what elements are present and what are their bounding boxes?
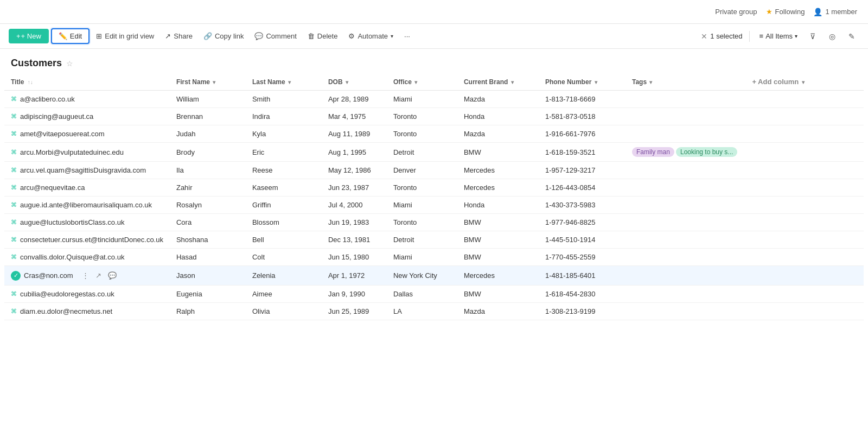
- following[interactable]: ★ Following: [766, 8, 805, 16]
- cell-last-name[interactable]: Kaseem: [246, 179, 322, 197]
- row-more-button[interactable]: ⋮: [80, 270, 91, 281]
- cell-brand[interactable]: BMW: [457, 143, 539, 162]
- cell-tags[interactable]: [626, 91, 745, 108]
- cell-last-name[interactable]: Smith: [246, 91, 322, 108]
- cell-brand[interactable]: Mercedes: [457, 266, 539, 286]
- cell-first-name[interactable]: Jason: [170, 266, 246, 286]
- cell-title[interactable]: ⌘consectetuer.cursus.et@tinciduntDonec.c…: [4, 231, 170, 249]
- cell-dob[interactable]: Jun 15, 1980: [322, 249, 387, 266]
- comment-button[interactable]: 💬 Comment: [250, 29, 301, 43]
- cell-title[interactable]: ⌘arcu.vel.quam@sagittisDuisgravida.com: [4, 162, 170, 179]
- col-tags[interactable]: Tags ▾: [626, 73, 745, 91]
- cell-office[interactable]: Toronto: [387, 108, 457, 125]
- cell-tags[interactable]: [626, 303, 745, 320]
- cell-title[interactable]: ✓Cras@non.com⋮↗💬: [4, 266, 170, 286]
- cell-office[interactable]: New York City: [387, 266, 457, 286]
- table-row[interactable]: ⌘amet@vitaeposuereat.comJudahKylaAug 11,…: [4, 125, 864, 143]
- cell-phone[interactable]: 1-430-373-5983: [539, 197, 626, 214]
- cell-tags[interactable]: [626, 249, 745, 266]
- col-phone[interactable]: Phone Number ▾: [539, 73, 626, 91]
- cell-last-name[interactable]: Reese: [246, 162, 322, 179]
- row-comment-button[interactable]: 💬: [106, 270, 119, 281]
- cell-dob[interactable]: Aug 11, 1989: [322, 125, 387, 143]
- table-row[interactable]: ⌘diam.eu.dolor@necmetus.netRalphOliviaJu…: [4, 303, 864, 320]
- table-row[interactable]: ⌘augue@luctuslobortisClass.co.ukCoraBlos…: [4, 214, 864, 231]
- cell-first-name[interactable]: Zahir: [170, 179, 246, 197]
- cell-brand[interactable]: Mazda: [457, 303, 539, 320]
- cell-phone[interactable]: 1-581-873-0518: [539, 108, 626, 125]
- cell-office[interactable]: LA: [387, 303, 457, 320]
- cell-first-name[interactable]: Rosalyn: [170, 197, 246, 214]
- cell-dob[interactable]: Aug 1, 1995: [322, 143, 387, 162]
- cell-last-name[interactable]: Aimee: [246, 286, 322, 303]
- cell-tags[interactable]: [626, 286, 745, 303]
- cell-dob[interactable]: Dec 13, 1981: [322, 231, 387, 249]
- cell-last-name[interactable]: Bell: [246, 231, 322, 249]
- cell-brand[interactable]: Mazda: [457, 125, 539, 143]
- automate-button[interactable]: ⚙ Automate ▾: [344, 29, 398, 43]
- cell-first-name[interactable]: Brennan: [170, 108, 246, 125]
- share-button[interactable]: ↗ Share: [161, 29, 197, 43]
- cell-last-name[interactable]: Eric: [246, 143, 322, 162]
- add-column-button[interactable]: + Add column ▾: [745, 73, 864, 91]
- edit-grid-button[interactable]: ⊞ Edit in grid view: [92, 29, 158, 43]
- col-office[interactable]: Office ▾: [387, 73, 457, 91]
- table-row[interactable]: ⌘arcu.Morbi@vulputateduinec.eduBrodyEric…: [4, 143, 864, 162]
- cell-office[interactable]: Toronto: [387, 214, 457, 231]
- cell-last-name[interactable]: Kyla: [246, 125, 322, 143]
- cell-tags[interactable]: [626, 108, 745, 125]
- cell-phone[interactable]: 1-813-718-6669: [539, 91, 626, 108]
- cell-tags[interactable]: [626, 197, 745, 214]
- cell-title[interactable]: ⌘cubilia@eudoloregestas.co.uk: [4, 286, 170, 303]
- cell-title[interactable]: ⌘diam.eu.dolor@necmetus.net: [4, 303, 170, 320]
- cell-phone[interactable]: 1-618-159-3521: [539, 143, 626, 162]
- cell-first-name[interactable]: Eugenia: [170, 286, 246, 303]
- table-row[interactable]: ⌘arcu@nequevitae.caZahirKaseemJun 23, 19…: [4, 179, 864, 197]
- col-brand[interactable]: Current Brand ▾: [457, 73, 539, 91]
- cell-tags[interactable]: [626, 266, 745, 286]
- cell-dob[interactable]: May 12, 1986: [322, 162, 387, 179]
- cell-brand[interactable]: BMW: [457, 214, 539, 231]
- cell-tags[interactable]: Family manLooking to buy s...: [626, 143, 745, 162]
- cell-brand[interactable]: Mazda: [457, 91, 539, 108]
- cell-dob[interactable]: Jun 23, 1987: [322, 179, 387, 197]
- cell-dob[interactable]: Jun 19, 1983: [322, 214, 387, 231]
- cell-office[interactable]: Miami: [387, 197, 457, 214]
- edit-pencil-button[interactable]: ✎: [844, 29, 859, 44]
- cell-tags[interactable]: [626, 179, 745, 197]
- table-row[interactable]: ⌘convallis.dolor.Quisque@at.co.ukHasadCo…: [4, 249, 864, 266]
- settings-button[interactable]: ◎: [825, 29, 840, 44]
- cell-title[interactable]: ⌘arcu.Morbi@vulputateduinec.edu: [4, 143, 170, 162]
- col-first-name[interactable]: First Name ▾: [170, 73, 246, 91]
- cell-dob[interactable]: Jul 4, 2000: [322, 197, 387, 214]
- cell-phone[interactable]: 1-916-661-7976: [539, 125, 626, 143]
- cell-brand[interactable]: Honda: [457, 108, 539, 125]
- cell-brand[interactable]: BMW: [457, 286, 539, 303]
- row-checkbox[interactable]: ✓: [11, 271, 21, 281]
- cell-title[interactable]: ⌘a@aclibero.co.uk: [4, 91, 170, 108]
- cell-phone[interactable]: 1-957-129-3217: [539, 162, 626, 179]
- cell-tags[interactable]: [626, 214, 745, 231]
- cell-phone[interactable]: 1-481-185-6401: [539, 266, 626, 286]
- cell-office[interactable]: Miami: [387, 91, 457, 108]
- x-icon[interactable]: ✕: [701, 32, 707, 41]
- cell-phone[interactable]: 1-308-213-9199: [539, 303, 626, 320]
- edit-button[interactable]: ✏️ Edit: [51, 28, 90, 44]
- cell-phone[interactable]: 1-445-510-1914: [539, 231, 626, 249]
- cell-first-name[interactable]: Ila: [170, 162, 246, 179]
- cell-last-name[interactable]: Colt: [246, 249, 322, 266]
- cell-first-name[interactable]: Brody: [170, 143, 246, 162]
- cell-last-name[interactable]: Zelenia: [246, 266, 322, 286]
- table-row[interactable]: ⌘augue.id.ante@liberomaurisaliquam.co.uk…: [4, 197, 864, 214]
- more-button[interactable]: ···: [400, 29, 414, 43]
- cell-tags[interactable]: [626, 231, 745, 249]
- table-row[interactable]: ✓Cras@non.com⋮↗💬JasonZeleniaApr 1, 1972N…: [4, 266, 864, 286]
- filter-button[interactable]: ⊽: [805, 29, 820, 44]
- cell-first-name[interactable]: Hasad: [170, 249, 246, 266]
- all-items-button[interactable]: ≡ All Items ▾: [756, 30, 801, 42]
- cell-tags[interactable]: [626, 162, 745, 179]
- cell-office[interactable]: Dallas: [387, 286, 457, 303]
- cell-title[interactable]: ⌘arcu@nequevitae.ca: [4, 179, 170, 197]
- favorite-icon[interactable]: ☆: [66, 59, 73, 68]
- new-button[interactable]: + + New: [9, 29, 49, 43]
